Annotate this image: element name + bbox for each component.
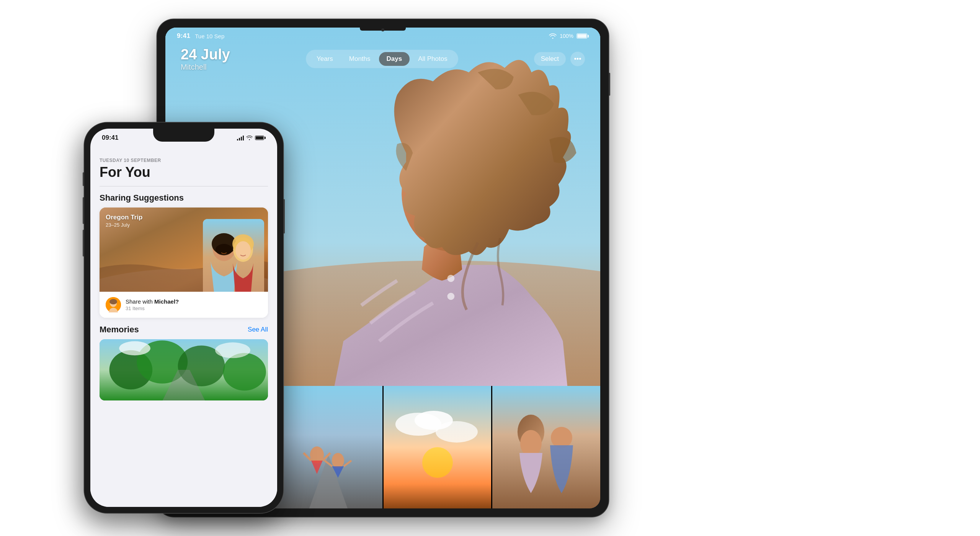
- iphone-time: 09:41: [102, 134, 118, 142]
- svg-point-4: [447, 275, 454, 282]
- ipad-camera-bar: [360, 28, 406, 31]
- ellipsis-icon: •••: [574, 55, 581, 63]
- ipad-thumbnail-2[interactable]: [274, 386, 382, 508]
- ipad-location: Mitchell: [181, 63, 230, 72]
- svg-point-18: [520, 430, 542, 457]
- sharing-card-image: Oregon Trip 23–25 July: [100, 208, 268, 292]
- iphone-battery-icon: [255, 136, 266, 140]
- share-suggestion-row: Share with Michael? 31 Items: [100, 292, 268, 318]
- iphone-sharing-section-title: Sharing Suggestions: [90, 186, 277, 208]
- ipad-status-bar: 9:41 Tue 10 Sep 100%: [177, 32, 589, 40]
- ipad-side-button: [609, 73, 610, 96]
- svg-point-19: [551, 427, 572, 448]
- svg-point-14: [435, 421, 477, 443]
- iphone-date-label: TUESDAY 10 SEPTEMBER: [90, 152, 277, 165]
- couple-photo: [203, 219, 264, 292]
- svg-point-36: [223, 353, 266, 391]
- iphone-status-icons: [237, 135, 266, 141]
- svg-point-37: [119, 341, 150, 355]
- ipad-status-date: Tue 10 Sep: [195, 33, 224, 39]
- iphone-volume-down-button: [83, 230, 84, 257]
- ipad-camera-dot: [381, 28, 384, 31]
- ipad-select-button[interactable]: Select: [534, 52, 566, 66]
- ipad-date: 24 July: [181, 47, 230, 63]
- iphone-device: 09:41: [84, 123, 283, 513]
- wifi-icon: [549, 33, 557, 39]
- iphone-power-button: [283, 199, 285, 234]
- ipad-status-right: 100%: [549, 33, 589, 39]
- share-count: 31 Items: [126, 306, 179, 311]
- iphone-mute-button: [83, 172, 84, 186]
- svg-point-5: [447, 293, 454, 300]
- ipad-nav-pills: Years Months Days All Photos: [306, 50, 458, 68]
- memories-see-all[interactable]: See All: [248, 326, 268, 333]
- svg-point-31: [109, 299, 117, 304]
- svg-point-15: [422, 447, 452, 478]
- ipad-battery-pct: 100%: [560, 33, 573, 39]
- nav-pill-allphotos[interactable]: All Photos: [410, 52, 455, 66]
- sharing-card-title: Oregon Trip: [106, 214, 142, 221]
- ipad-header-actions: Select •••: [534, 52, 585, 66]
- share-avatar: [106, 297, 121, 312]
- ipad-more-button[interactable]: •••: [570, 52, 585, 66]
- ipad-date-group: 24 July Mitchell: [181, 47, 230, 72]
- memories-title: Memories: [100, 325, 139, 335]
- nav-pill-years[interactable]: Years: [309, 52, 341, 66]
- ipad-header: 24 July Mitchell Years Months Days All P…: [181, 47, 585, 72]
- svg-point-28: [235, 241, 251, 260]
- svg-rect-16: [492, 386, 600, 508]
- share-name: Michael?: [154, 298, 179, 305]
- iphone-screen: 09:41: [90, 129, 277, 507]
- ipad-battery-icon: [577, 33, 589, 39]
- ipad-thumbnail-3[interactable]: [384, 386, 492, 508]
- signal-bars-icon: [237, 135, 244, 141]
- sharing-card-dates: 23–25 July: [106, 222, 130, 228]
- iphone-volume-up-button: [83, 197, 84, 224]
- iphone-content: TUESDAY 10 SEPTEMBER For You Sharing Sug…: [90, 152, 277, 507]
- iphone-page-title: For You: [90, 165, 277, 186]
- iphone-body: 09:41: [84, 123, 283, 513]
- iphone-notch: [153, 129, 214, 142]
- share-question-text: Share with: [126, 298, 153, 305]
- memories-thumbnail[interactable]: [100, 339, 268, 400]
- iphone-wifi-icon: [246, 136, 253, 140]
- sharing-suggestion-card[interactable]: Oregon Trip 23–25 July: [100, 208, 268, 318]
- share-question: Share with Michael?: [126, 298, 179, 305]
- svg-point-10: [332, 453, 344, 468]
- svg-point-38: [215, 342, 250, 358]
- share-info: Share with Michael? 31 Items: [126, 298, 179, 311]
- nav-pill-days[interactable]: Days: [379, 52, 410, 66]
- ipad-time: 9:41: [177, 32, 190, 40]
- ipad-thumbnail-4[interactable]: [492, 386, 600, 508]
- memories-header: Memories See All: [90, 318, 277, 339]
- nav-pill-months[interactable]: Months: [341, 52, 378, 66]
